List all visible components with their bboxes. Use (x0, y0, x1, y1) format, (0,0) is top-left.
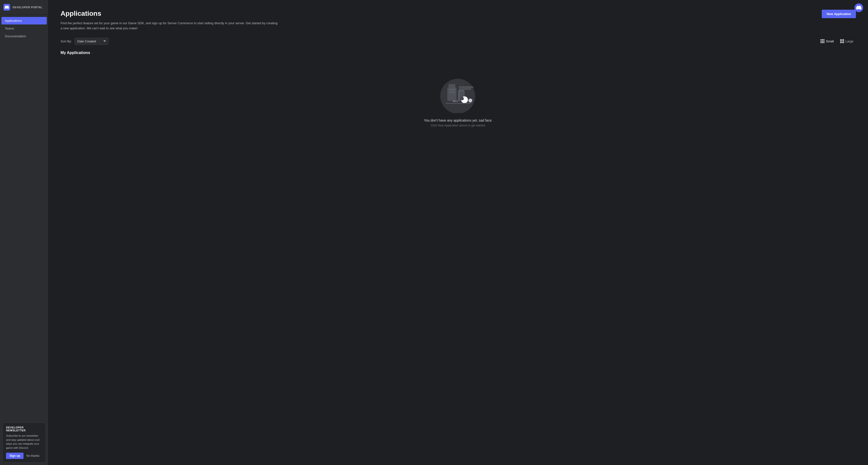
svg-point-12 (461, 98, 463, 99)
newsletter-title: DEVELOPER NEWSLETTER (6, 426, 42, 432)
svg-rect-13 (445, 103, 471, 104)
svg-rect-2 (448, 84, 455, 89)
svg-rect-10 (453, 100, 455, 102)
svg-rect-14 (449, 89, 456, 90)
page-description: Find the perfect feature set for your ga… (61, 21, 279, 31)
view-large-button[interactable]: Large (838, 38, 856, 44)
toolbar: Sort By: Date Created Name Small (61, 38, 856, 45)
newsletter-actions: Sign up No thanks (6, 453, 42, 459)
svg-point-8 (468, 99, 472, 102)
page-title: Applications (61, 10, 856, 18)
empty-text-sub: Click New Application above to get start… (431, 124, 486, 127)
sort-group: Sort By: Date Created Name (61, 38, 108, 45)
new-application-button[interactable]: New Application (822, 10, 856, 18)
discord-logo-icon (3, 4, 10, 11)
newsletter-body: Subscribe to our newsletter and stay upd… (6, 434, 42, 450)
sidebar: DEVELOPER PORTAL Applications Teams Docu… (0, 0, 49, 465)
svg-point-0 (440, 79, 475, 113)
sort-select[interactable]: Date Created Name (74, 38, 108, 45)
sidebar-nav: Applications Teams Documentation (0, 15, 48, 420)
newsletter-banner: DEVELOPER NEWSLETTER Subscribe to our ne… (2, 423, 46, 463)
empty-illustration (436, 74, 480, 113)
main-content: New Application Applications Find the pe… (49, 0, 868, 465)
small-grid-icon (820, 39, 825, 43)
svg-rect-15 (449, 91, 454, 92)
sidebar-item-documentation[interactable]: Documentation (1, 32, 47, 40)
signup-button[interactable]: Sign up (6, 453, 24, 459)
empty-state: You don't have any applications yet, sad… (61, 60, 856, 142)
view-large-label: Large (845, 39, 854, 43)
svg-rect-4 (459, 87, 473, 88)
view-small-label: Small (826, 39, 834, 43)
sidebar-item-teams[interactable]: Teams (1, 25, 47, 32)
sidebar-item-applications[interactable]: Applications (1, 17, 47, 25)
view-toggle: Small Large (818, 38, 856, 44)
my-applications-section: My Applications (61, 51, 856, 142)
svg-rect-16 (449, 92, 455, 93)
svg-rect-5 (459, 88, 471, 90)
sidebar-logo: DEVELOPER PORTAL (0, 0, 48, 15)
section-title: My Applications (61, 51, 856, 55)
large-grid-icon (840, 39, 844, 43)
no-thanks-button[interactable]: No thanks (26, 454, 39, 458)
portal-title: DEVELOPER PORTAL (12, 6, 42, 9)
empty-text-main: You don't have any applications yet, sad… (424, 118, 492, 122)
view-small-button[interactable]: Small (818, 38, 836, 44)
sort-label: Sort By: (61, 39, 72, 43)
